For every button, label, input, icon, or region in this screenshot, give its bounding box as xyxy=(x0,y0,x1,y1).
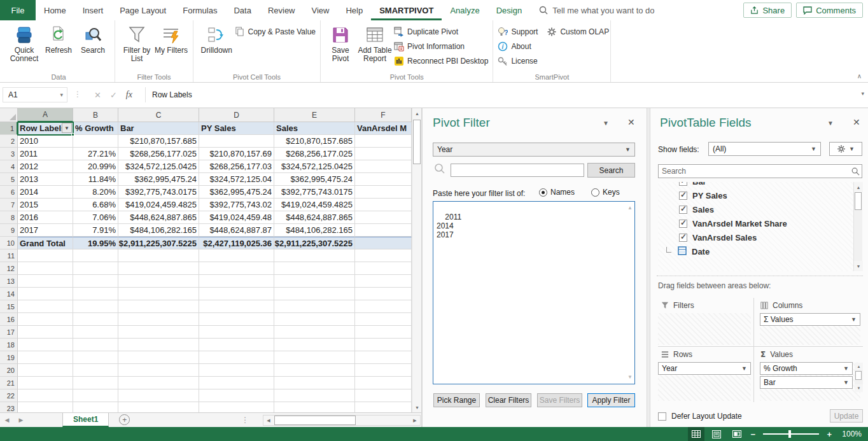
cell-F9[interactable] xyxy=(355,224,412,237)
cell-A13[interactable] xyxy=(18,275,73,288)
cell-B7[interactable]: 6.68% xyxy=(73,199,118,211)
field-list-scrollbar-thumb[interactable] xyxy=(855,192,862,210)
cell-E9[interactable]: $484,106,282.165 xyxy=(274,224,355,237)
cell-F14[interactable] xyxy=(355,288,412,300)
radio-keys[interactable]: Keys xyxy=(591,188,620,197)
cell-A12[interactable] xyxy=(18,262,73,275)
ribbon-tab-formulas[interactable]: Formulas xyxy=(174,0,225,20)
cell-F17[interactable] xyxy=(355,326,412,339)
cell-E10[interactable]: $2,911,225,307.5225 xyxy=(274,237,355,249)
cell-D1[interactable]: PY Sales xyxy=(199,122,274,135)
cell-C8[interactable]: $448,624,887.865 xyxy=(118,211,199,224)
enter-icon[interactable]: ✓ xyxy=(110,90,117,100)
cell-B12[interactable] xyxy=(73,262,118,275)
cell-A4[interactable]: 2012 xyxy=(18,160,73,173)
cancel-icon[interactable]: ✕ xyxy=(94,90,101,100)
refresh-button[interactable]: Refresh xyxy=(41,22,76,55)
row-header-18[interactable]: 18 xyxy=(0,339,18,351)
ribbon-tab-smartpivot[interactable]: SMARTPIVOT xyxy=(371,0,442,20)
columns-drop-zone[interactable]: Σ Values▼ xyxy=(760,313,860,345)
row-header-21[interactable]: 21 xyxy=(0,377,18,389)
cell-E1[interactable]: Sales xyxy=(274,122,355,135)
tab-strip-handle[interactable]: ⋮ xyxy=(241,416,249,424)
cell-C13[interactable] xyxy=(118,275,199,288)
cell-D9[interactable]: $448,624,887.87 xyxy=(199,224,274,237)
copy-paste-value-button[interactable]: Copy & Paste Value xyxy=(235,25,316,38)
cell-B14[interactable] xyxy=(73,288,118,300)
quick-connect-button[interactable]: Quick Connect xyxy=(7,22,41,63)
cell-F20[interactable] xyxy=(355,364,412,377)
insert-function-icon[interactable]: fx xyxy=(126,90,132,100)
cell-B10[interactable]: 19.95% xyxy=(73,237,118,249)
cell-E17[interactable] xyxy=(274,326,355,339)
cell-D12[interactable] xyxy=(199,262,274,275)
cell-A16[interactable] xyxy=(18,313,73,326)
select-all-button[interactable] xyxy=(0,108,18,122)
cell-D10[interactable]: $2,427,119,025.36 xyxy=(199,237,274,249)
cell-B1[interactable]: % Growth xyxy=(73,122,118,135)
column-header-B[interactable]: B xyxy=(73,108,118,122)
cell-A21[interactable] xyxy=(18,377,73,389)
cell-E5[interactable]: $362,995,475.24 xyxy=(274,173,355,186)
cell-E19[interactable] xyxy=(274,351,355,364)
list-scroll-up-icon[interactable]: ▲ xyxy=(627,204,633,213)
cell-F6[interactable] xyxy=(355,186,412,199)
license-button[interactable]: License xyxy=(498,54,606,67)
cell-D23[interactable] xyxy=(199,402,274,412)
drilldown-button[interactable]: Drilldown xyxy=(198,22,235,55)
radio-names[interactable]: Names xyxy=(539,188,575,197)
fields-search-input[interactable] xyxy=(658,164,862,178)
cell-C2[interactable]: $210,870,157.685 xyxy=(118,135,199,148)
collapse-ribbon-icon[interactable]: ∧ xyxy=(857,73,862,80)
cell-A1[interactable]: Row Labels▼ xyxy=(18,122,73,135)
vertical-scrollbar-thumb[interactable] xyxy=(413,120,421,164)
cell-F8[interactable] xyxy=(355,211,412,224)
cell-F1[interactable]: VanArsdel M xyxy=(355,122,412,135)
ribbon-tab-review[interactable]: Review xyxy=(260,0,304,20)
columns-area[interactable]: Columns Σ Values▼ xyxy=(753,298,863,346)
column-header-D[interactable]: D xyxy=(199,108,274,122)
cell-B21[interactable] xyxy=(73,377,118,389)
cell-D6[interactable]: $362,995,475.24 xyxy=(199,186,274,199)
cell-C14[interactable] xyxy=(118,288,199,300)
pick-range-button[interactable]: Pick Range xyxy=(433,393,480,407)
cell-C9[interactable]: $484,106,282.165 xyxy=(118,224,199,237)
zoom-in-button[interactable]: + xyxy=(825,430,833,439)
about-button[interactable]: i About xyxy=(498,39,606,53)
row-header-15[interactable]: 15 xyxy=(0,300,18,313)
scroll-right-icon[interactable]: ▶ xyxy=(410,416,420,425)
cell-E13[interactable] xyxy=(274,275,355,288)
row-header-16[interactable]: 16 xyxy=(0,313,18,326)
cell-D3[interactable]: $210,870,157.69 xyxy=(199,148,274,160)
cell-F16[interactable] xyxy=(355,313,412,326)
field-item-vanarsdel-market-share[interactable]: VanArsdel Market Share xyxy=(658,216,862,230)
save-pivot-button[interactable]: Save Pivot xyxy=(325,22,356,63)
cell-F15[interactable] xyxy=(355,300,412,313)
column-header-A[interactable]: A xyxy=(18,108,73,122)
pane-options-icon[interactable]: ▼ xyxy=(603,120,609,127)
column-header-E[interactable]: E xyxy=(274,108,355,122)
cell-B8[interactable]: 7.06% xyxy=(73,211,118,224)
cell-C23[interactable] xyxy=(118,402,199,412)
cell-D21[interactable] xyxy=(199,377,274,389)
name-box[interactable]: A1 ▾ xyxy=(3,87,67,102)
cell-D8[interactable]: $419,024,459.48 xyxy=(199,211,274,224)
cell-E4[interactable]: $324,572,125.0425 xyxy=(274,160,355,173)
cell-D18[interactable] xyxy=(199,339,274,351)
horizontal-scrollbar-thumb[interactable] xyxy=(274,416,356,425)
cell-A7[interactable]: 2015 xyxy=(18,199,73,211)
cell-B15[interactable] xyxy=(73,300,118,313)
cell-E21[interactable] xyxy=(274,377,355,389)
cell-C15[interactable] xyxy=(118,300,199,313)
row-header-19[interactable]: 19 xyxy=(0,351,18,364)
row-header-11[interactable]: 11 xyxy=(0,249,18,262)
field-item-vanarsdel-sales[interactable]: VanArsdel Sales xyxy=(658,230,862,244)
cell-B19[interactable] xyxy=(73,351,118,364)
pane-close-icon[interactable]: ✕ xyxy=(627,117,635,127)
row-header-4[interactable]: 4 xyxy=(0,160,18,173)
cell-C18[interactable] xyxy=(118,339,199,351)
defer-layout-checkbox[interactable] xyxy=(658,412,666,421)
zoom-slider-thumb[interactable] xyxy=(788,430,791,438)
cell-C3[interactable]: $268,256,177.025 xyxy=(118,148,199,160)
cell-B5[interactable]: 11.84% xyxy=(73,173,118,186)
